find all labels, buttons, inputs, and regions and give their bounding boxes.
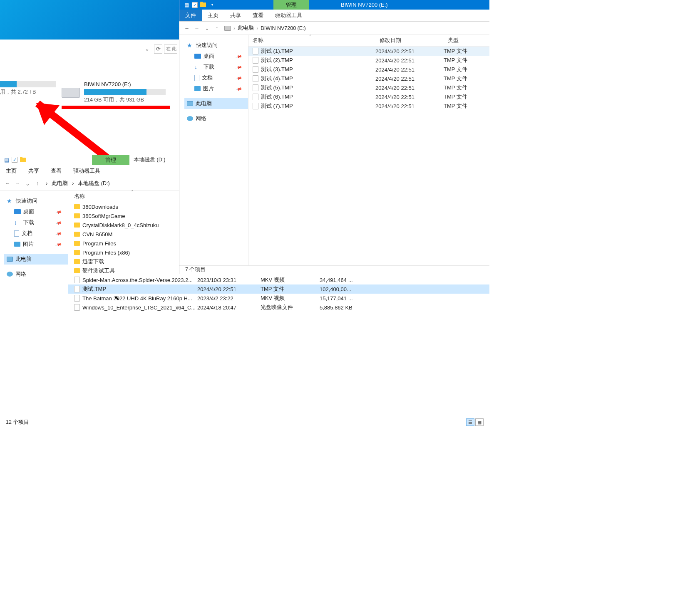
- d-tab-view[interactable]: 查看: [45, 165, 67, 177]
- file-row[interactable]: 测试.TMP2024/4/20 22:51TMP 文件102,400,00...: [68, 284, 489, 294]
- e-nav-pictures[interactable]: 图片📌: [184, 83, 248, 94]
- file-row[interactable]: 测试 (4).TMP2024/4/20 22:51TMP 文件: [248, 74, 489, 83]
- e-col-date[interactable]: 修改日期: [375, 37, 444, 44]
- e-tab-file[interactable]: 文件: [179, 10, 202, 21]
- nav-label: 快速访问: [196, 42, 218, 49]
- file-row[interactable]: Spider-Man.Across.the.Spider-Verse.2023.…: [68, 275, 489, 284]
- explorer-window-drive-e[interactable]: ▤ ✓ ▾ 管理 BIWIN NV7200 (E:) 文件 主页 共享 查看 驱…: [179, 0, 489, 274]
- d-tab-share[interactable]: 共享: [22, 165, 45, 177]
- crumb-pc-icon[interactable]: [224, 26, 231, 31]
- crumb-drive[interactable]: BIWIN NV7200 (E:): [261, 25, 305, 31]
- file-name: Program Files (x86): [82, 250, 130, 256]
- file-icon: [253, 66, 258, 73]
- file-name: 测试.TMP: [82, 285, 106, 293]
- d-nav-network[interactable]: 网络: [4, 269, 68, 280]
- e-nav-desktop[interactable]: 桌面📌: [184, 51, 248, 62]
- file-icon: [253, 48, 258, 54]
- mouse-cursor-icon: ⬉: [114, 294, 119, 301]
- nav-history-icon[interactable]: ⌄: [23, 181, 32, 187]
- file-type: TMP 文件: [261, 285, 320, 293]
- nav-back-icon[interactable]: ←: [3, 181, 12, 186]
- nav-label: 文档: [202, 74, 213, 82]
- file-type: TMP 文件: [444, 93, 467, 101]
- d-crumb-drive[interactable]: 本地磁盘 (D:): [78, 180, 109, 187]
- e-nav-thispc[interactable]: 此电脑: [184, 98, 248, 109]
- e-titlebar[interactable]: ▤ ✓ ▾ 管理 BIWIN NV7200 (E:): [179, 0, 489, 10]
- file-name: The Batman 2022 UHD 4K BluRay 2160p H...: [82, 295, 192, 302]
- e-col-type[interactable]: 类型: [444, 37, 463, 44]
- qat-folder-icon[interactable]: [20, 158, 26, 162]
- d-nav-thispc[interactable]: 此电脑: [4, 254, 68, 265]
- e-nav-quick[interactable]: ★快速访问: [184, 40, 248, 51]
- drive-e[interactable]: BIWIN NV7200 (E:) 214 GB 可用，共 931 GB: [62, 81, 166, 104]
- file-date: 2024/4/20 22:51: [375, 67, 444, 73]
- d-nav-pictures[interactable]: 图片📌: [4, 239, 68, 250]
- e-nav-network[interactable]: 网络: [184, 113, 248, 124]
- e-address-bar[interactable]: ← → ⌄ ↑ › 此电脑 › BIWIN NV7200 (E:): [179, 22, 489, 35]
- d-crumb-pc[interactable]: 此电脑: [52, 180, 68, 187]
- pin-icon: 📌: [236, 53, 242, 59]
- file-row[interactable]: 测试 (5).TMP2024/4/20 22:51TMP 文件: [248, 83, 489, 92]
- file-icon: [253, 75, 258, 82]
- qat-dropdown-icon[interactable]: ▾: [209, 1, 216, 9]
- drive-e-name: BIWIN NV7200 (E:): [84, 81, 166, 87]
- file-row[interactable]: 测试 (7).TMP2024/4/20 22:51TMP 文件: [248, 101, 489, 111]
- e-tab-share[interactable]: 共享: [224, 10, 247, 21]
- file-row[interactable]: Windows_10_Enterprise_LTSC_2021_x64_C...…: [68, 303, 489, 312]
- d-status-bar: 12 个项目 ☰ ▦: [0, 417, 489, 427]
- file-type: TMP 文件: [444, 47, 467, 55]
- d-col-name[interactable]: 名称: [74, 193, 85, 200]
- nav-label: 快速访问: [16, 197, 37, 205]
- file-row[interactable]: 测试 (2).TMP2024/4/20 22:51TMP 文件: [248, 56, 489, 65]
- e-tab-drvtool[interactable]: 驱动器工具: [269, 10, 308, 21]
- nav-up-icon[interactable]: ↑: [213, 24, 221, 32]
- drive-d-fragment[interactable]: 用，共 2.72 TB: [0, 81, 56, 96]
- d-nav-downloads[interactable]: ↓下载📌: [4, 217, 68, 228]
- d-tab-drvtool[interactable]: 驱动器工具: [67, 165, 106, 177]
- e-nav-documents[interactable]: 文档📌: [184, 72, 248, 83]
- address-drop-icon[interactable]: ⌄: [145, 46, 152, 52]
- qat-properties-icon[interactable]: ✓: [192, 2, 198, 8]
- d-manage-tab[interactable]: 管理: [92, 155, 129, 165]
- pin-icon: 📌: [55, 219, 62, 226]
- file-row[interactable]: 测试 (6).TMP2024/4/20 22:51TMP 文件: [248, 92, 489, 101]
- file-type: MKV 视频: [261, 276, 320, 284]
- file-name: CrystalDiskMark8_0_4cShizuku: [82, 222, 159, 228]
- file-date: 2024/4/20 22:51: [375, 94, 444, 100]
- pin-icon: 📌: [55, 208, 62, 215]
- file-date: 2024/4/18 20:47: [197, 304, 261, 311]
- d-nav-quick[interactable]: ★快速访问: [4, 195, 68, 206]
- view-details-icon[interactable]: ☰: [466, 418, 474, 426]
- nav-history-icon[interactable]: ⌄: [203, 24, 211, 32]
- file-name: Program Files: [82, 240, 116, 247]
- qat-folder-icon[interactable]: [200, 2, 206, 7]
- qat-save-icon[interactable]: ▤: [4, 157, 9, 163]
- d-nav-documents[interactable]: 文档📌: [4, 228, 68, 239]
- e-tab-view[interactable]: 查看: [247, 10, 269, 21]
- qat-save-icon[interactable]: ▤: [183, 1, 190, 9]
- nav-back-icon[interactable]: ←: [183, 24, 191, 32]
- file-row[interactable]: The Batman 2022 UHD 4K BluRay 2160p H...…: [68, 294, 489, 303]
- e-column-headers[interactable]: ⌃ 名称 修改日期 类型: [248, 35, 489, 47]
- file-size: 5,885,862 KB: [320, 304, 361, 311]
- nav-label: 此电脑: [15, 255, 32, 263]
- qat-properties-icon[interactable]: ✓: [12, 157, 17, 163]
- e-manage-tab[interactable]: 管理: [273, 0, 309, 10]
- crumb-pc[interactable]: 此电脑: [238, 25, 254, 32]
- nav-fwd-icon[interactable]: →: [193, 24, 201, 32]
- file-row[interactable]: 测试 (1).TMP2024/4/20 22:51TMP 文件: [248, 47, 489, 56]
- refresh-button[interactable]: ⟳: [154, 45, 162, 54]
- e-nav-downloads[interactable]: ↓下载📌: [184, 62, 248, 72]
- nav-fwd-icon[interactable]: →: [13, 181, 22, 186]
- nav-label: 图片: [203, 85, 214, 92]
- d-tab-home[interactable]: 主页: [0, 165, 22, 177]
- d-nav-desktop[interactable]: 桌面📌: [4, 206, 68, 217]
- file-row[interactable]: 测试 (3).TMP2024/4/20 22:51TMP 文件: [248, 65, 489, 74]
- nav-label: 此电脑: [196, 100, 212, 107]
- nav-up-icon[interactable]: ↑: [33, 181, 42, 186]
- file-date: 2024/4/20 22:51: [375, 103, 444, 109]
- file-date: 2023/4/2 23:22: [197, 295, 261, 302]
- e-tab-home[interactable]: 主页: [202, 10, 224, 21]
- search-input[interactable]: 在 此: [164, 45, 177, 54]
- view-large-icon[interactable]: ▦: [475, 418, 484, 426]
